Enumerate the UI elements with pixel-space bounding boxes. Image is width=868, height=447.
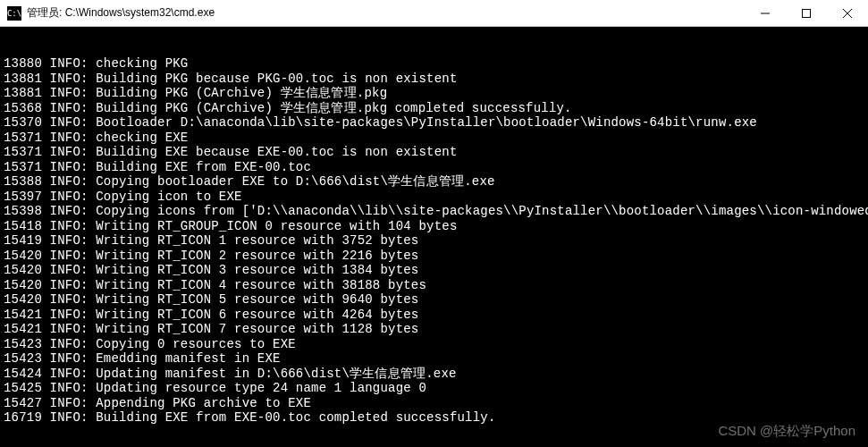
maximize-icon [802, 9, 811, 18]
terminal-output[interactable]: 13880 INFO: checking PKG13881 INFO: Buil… [0, 27, 868, 447]
output-line: 15420 INFO: Writing RT_ICON 5 resource w… [4, 292, 864, 308]
window-controls [745, 0, 868, 26]
output-line: 15423 INFO: Emedding manifest in EXE [4, 351, 864, 367]
output-line: 15371 INFO: Building EXE because EXE-00.… [4, 145, 864, 160]
output-line: 15420 INFO: Writing RT_ICON 3 resource w… [4, 263, 864, 278]
output-line: 15423 INFO: Copying 0 resources to EXE [4, 337, 864, 352]
cmd-icon: C:\ [7, 6, 21, 21]
output-line: 15427 INFO: Appending PKG archive to EXE [4, 396, 864, 411]
output-line: 15424 INFO: Updating manifest in D:\666\… [4, 367, 864, 382]
close-button[interactable] [827, 0, 868, 26]
minimize-button[interactable] [745, 0, 786, 26]
minimize-icon [761, 9, 770, 18]
output-line [4, 426, 864, 441]
output-line: 15368 INFO: Building PKG (CArchive) 学生信息… [4, 101, 864, 116]
maximize-button[interactable] [786, 0, 827, 26]
output-line: 13881 INFO: Building PKG (CArchive) 学生信息… [4, 86, 864, 101]
output-line: 15371 INFO: Building EXE from EXE-00.toc [4, 160, 864, 175]
output-line: 15425 INFO: Updating resource type 24 na… [4, 381, 864, 396]
output-line: 15397 INFO: Copying icon to EXE [4, 190, 864, 205]
close-icon [843, 9, 852, 18]
output-line: 15421 INFO: Writing RT_ICON 6 resource w… [4, 308, 864, 323]
output-line: 15419 INFO: Writing RT_ICON 1 resource w… [4, 233, 864, 249]
window-title: 管理员: C:\Windows\system32\cmd.exe [27, 5, 745, 21]
svg-rect-0 [803, 9, 811, 17]
output-line: 15418 INFO: Writing RT_GROUP_ICON 0 reso… [4, 219, 864, 234]
output-line: 13881 INFO: Building PKG because PKG-00.… [4, 72, 864, 87]
output-line: 15420 INFO: Writing RT_ICON 2 resource w… [4, 249, 864, 264]
output-line: 15388 INFO: Copying bootloader EXE to D:… [4, 174, 864, 190]
output-line: 15420 INFO: Writing RT_ICON 4 resource w… [4, 278, 864, 293]
output-line: 15370 INFO: Bootloader D:\anaconda\lib\s… [4, 115, 864, 131]
output-line: 16719 INFO: Building EXE from EXE-00.toc… [4, 410, 864, 426]
window-title-bar: C:\ 管理员: C:\Windows\system32\cmd.exe [0, 0, 868, 27]
output-line: 15371 INFO: checking EXE [4, 131, 864, 146]
output-line: 15421 INFO: Writing RT_ICON 7 resource w… [4, 322, 864, 337]
output-line: 15398 INFO: Copying icons from ['D:\\ana… [4, 204, 864, 219]
output-line: 13880 INFO: checking PKG [4, 56, 864, 72]
